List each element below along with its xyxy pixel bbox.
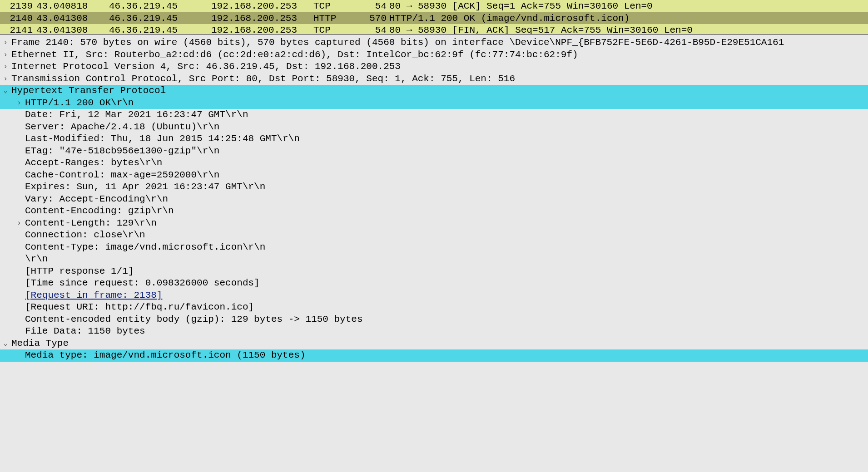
tcp-text: Transmission Control Protocol, Src Port:… <box>11 73 515 85</box>
http-header-line[interactable]: Content-Type: image/vnd.microsoft.icon\r… <box>0 241 868 254</box>
col-time: 43.041308 <box>36 12 109 25</box>
http-header-line[interactable]: Vary: Accept-Encoding\r\n <box>0 193 868 206</box>
col-length: 54 <box>366 0 389 12</box>
request-frame-text[interactable]: [Request in frame: 2138] <box>25 290 162 302</box>
col-protocol: HTTP <box>313 12 366 25</box>
col-no: 2140 <box>8 12 36 25</box>
packet-row[interactable]: 213943.04081846.36.219.45192.168.200.253… <box>0 0 868 12</box>
media-type-value: Media type: image/vnd.microsoft.icon (11… <box>25 349 306 362</box>
chevron-right-icon[interactable]: › <box>1 73 10 85</box>
packet-list: 213943.04081846.36.219.45192.168.200.253… <box>0 0 868 35</box>
col-time: 43.040818 <box>36 0 109 12</box>
chevron-right-icon[interactable]: › <box>1 37 10 49</box>
col-length: 570 <box>366 12 389 25</box>
col-source: 46.36.219.45 <box>109 0 211 12</box>
http-header-line[interactable]: \r\n <box>0 253 868 266</box>
col-source: 46.36.219.45 <box>109 24 211 34</box>
eth-text: Ethernet II, Src: Routerbo_a2:cd:d6 (cc:… <box>11 49 578 61</box>
col-source: 46.36.219.45 <box>109 12 211 25</box>
ethernet-summary[interactable]: › Ethernet II, Src: Routerbo_a2:cd:d6 (c… <box>0 49 868 61</box>
chevron-down-icon[interactable]: ⌄ <box>1 85 10 97</box>
col-info: 80 → 58930 [ACK] Seq=1 Ack=755 Win=30160… <box>389 0 868 12</box>
col-destination: 192.168.200.253 <box>211 24 313 34</box>
chevron-down-icon[interactable]: ⌄ <box>1 338 10 350</box>
chevron-right-icon[interactable]: › <box>15 217 23 230</box>
http-status-text: HTTP/1.1 200 OK\r\n <box>25 97 134 109</box>
col-length: 54 <box>366 24 389 34</box>
http-header-line[interactable]: Expires: Sun, 11 Apr 2021 16:23:47 GMT\r… <box>0 181 868 193</box>
packet-row[interactable]: 214143.04130846.36.219.45192.168.200.253… <box>0 24 868 34</box>
http-header-line[interactable]: Server: Apache/2.4.18 (Ubuntu)\r\n <box>0 121 868 133</box>
ip-text: Internet Protocol Version 4, Src: 46.36.… <box>11 61 401 73</box>
chevron-right-icon[interactable]: › <box>15 97 23 109</box>
http-protocol-header[interactable]: ⌄ Hypertext Transfer Protocol <box>0 85 868 97</box>
col-destination: 192.168.200.253 <box>211 12 313 25</box>
http-header-line[interactable]: [Request URI: http://fbq.ru/favicon.ico] <box>0 301 868 314</box>
http-header-line[interactable]: ETag: "47e-518cb956e1300-gzip"\r\n <box>0 145 868 157</box>
http-header-line[interactable]: Accept-Ranges: bytes\r\n <box>0 157 868 169</box>
col-info: 80 → 58930 [FIN, ACK] Seq=517 Ack=755 Wi… <box>389 24 868 34</box>
frame-text: Frame 2140: 570 bytes on wire (4560 bits… <box>11 37 784 49</box>
packet-row[interactable]: 214043.04130846.36.219.45192.168.200.253… <box>0 12 868 25</box>
http-status-line[interactable]: › HTTP/1.1 200 OK\r\n <box>0 97 868 109</box>
packet-details-pane: › Frame 2140: 570 bytes on wire (4560 bi… <box>0 35 868 362</box>
ip-summary[interactable]: › Internet Protocol Version 4, Src: 46.3… <box>0 61 868 73</box>
content-length-header[interactable]: › Content-Length: 129\r\n <box>0 217 868 230</box>
http-header-line[interactable]: Date: Fri, 12 Mar 2021 16:23:47 GMT\r\n <box>0 109 868 121</box>
col-destination: 192.168.200.253 <box>211 0 313 12</box>
http-header-line[interactable]: [Time since request: 0.098326000 seconds… <box>0 277 868 290</box>
request-in-frame-link[interactable]: [Request in frame: 2138] <box>0 290 868 302</box>
col-protocol: TCP <box>313 0 366 12</box>
content-length-text: Content-Length: 129\r\n <box>25 217 157 230</box>
http-header-line[interactable]: [HTTP response 1/1] <box>0 266 868 278</box>
chevron-right-icon[interactable]: › <box>1 61 10 73</box>
http-header-line[interactable]: Cache-Control: max-age=2592000\r\n <box>0 169 868 182</box>
col-protocol: TCP <box>313 24 366 34</box>
col-no: 2139 <box>8 0 36 12</box>
http-header-line[interactable]: Connection: close\r\n <box>0 229 868 241</box>
http-header-line[interactable]: Content-encoded entity body (gzip): 129 … <box>0 314 868 326</box>
http-label: Hypertext Transfer Protocol <box>11 85 166 97</box>
media-type-value-row[interactable]: Media type: image/vnd.microsoft.icon (11… <box>0 349 868 362</box>
col-no: 2141 <box>8 24 36 34</box>
http-header-line[interactable]: Content-Encoding: gzip\r\n <box>0 205 868 217</box>
http-header-line[interactable]: File Data: 1150 bytes <box>0 325 868 338</box>
tcp-summary[interactable]: › Transmission Control Protocol, Src Por… <box>0 73 868 85</box>
http-header-line[interactable]: Last-Modified: Thu, 18 Jun 2015 14:25:48… <box>0 133 868 145</box>
media-type-header[interactable]: ⌄ Media Type <box>0 338 868 350</box>
chevron-right-icon[interactable]: › <box>1 49 10 61</box>
col-info: HTTP/1.1 200 OK (image/vnd.microsoft.ico… <box>389 12 868 25</box>
col-time: 43.041308 <box>36 24 109 34</box>
frame-summary[interactable]: › Frame 2140: 570 bytes on wire (4560 bi… <box>0 37 868 49</box>
media-type-label: Media Type <box>11 338 69 350</box>
